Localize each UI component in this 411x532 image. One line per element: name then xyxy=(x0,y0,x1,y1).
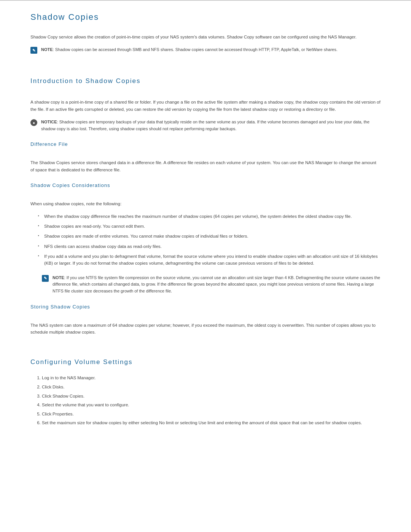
step-item: Select the volume that you want to confi… xyxy=(42,401,381,410)
notice-label: NOTICE xyxy=(41,120,57,124)
note-text-2: NOTE: If you use NTFS file system file c… xyxy=(53,275,381,295)
list-item: If you add a volume and you plan to defr… xyxy=(38,251,381,268)
step-item: Click Disks. xyxy=(42,383,381,392)
list-item: When the shadow copy difference file rea… xyxy=(38,211,381,221)
diff-file-body: The Shadow Copies service stores changed… xyxy=(30,159,381,173)
step-item: Log in to the NAS Manager. xyxy=(42,374,381,383)
section-title-intro: Introduction to Shadow Copies xyxy=(30,77,381,85)
list-item: Shadow copies are made of entire volumes… xyxy=(38,231,381,241)
top-divider xyxy=(0,0,411,1)
subsection-title-storing: Storing Shadow Copies xyxy=(30,304,381,310)
storing-body: The NAS system can store a maximum of 64… xyxy=(30,322,381,336)
notice-text: NOTICE: Shadow copies are temporary back… xyxy=(41,119,381,132)
list-item: Shadow copies are read-only. You cannot … xyxy=(38,221,381,231)
intro-text: Shadow Copy service allows the creation … xyxy=(30,34,381,40)
notice-icon: ● xyxy=(30,119,37,126)
note-icon-pencil: ✎ xyxy=(30,47,37,54)
considerations-list: When the shadow copy difference file rea… xyxy=(38,211,381,268)
intro-section-body: A shadow copy is a point-in-time copy of… xyxy=(30,99,381,113)
note-label-1: NOTE xyxy=(41,47,53,52)
notice-content: Shadow copies are temporary backups of y… xyxy=(41,120,370,131)
notice-box: ● NOTICE: Shadow copies are temporary ba… xyxy=(30,119,381,132)
note-icon-pencil-2: ✎ xyxy=(42,275,49,282)
step-item: Click Shadow Copies. xyxy=(42,392,381,401)
section-title-configuring: Configuring Volume Settings xyxy=(30,358,381,366)
page-title: Shadow Copies xyxy=(30,12,381,22)
note-text-1: NOTE: Shadow copies can be accessed thro… xyxy=(41,46,338,53)
list-item: NFS clients can access shadow copy data … xyxy=(38,241,381,251)
subsection-title-considerations: Shadow Copies Considerations xyxy=(30,182,381,188)
note-content-2: If you use NTFS file system file compres… xyxy=(53,275,380,293)
considerations-intro: When using shadow copies, note the follo… xyxy=(30,200,381,207)
note-label-2: NOTE xyxy=(53,275,64,280)
note-content-1: Shadow copies can be accessed through SM… xyxy=(55,47,338,52)
subsection-title-diff-file: Difference File xyxy=(30,141,381,147)
note-box-1: ✎ NOTE: Shadow copies can be accessed th… xyxy=(30,46,381,54)
step-item: Set the maximum size for shadow copies b… xyxy=(42,419,381,428)
main-content: Shadow Copies Shadow Copy service allows… xyxy=(0,12,411,454)
step-item: Click Properties. xyxy=(42,410,381,419)
configuring-steps-list: Log in to the NAS Manager. Click Disks. … xyxy=(42,374,381,427)
note-box-2: ✎ NOTE: If you use NTFS file system file… xyxy=(42,275,381,295)
